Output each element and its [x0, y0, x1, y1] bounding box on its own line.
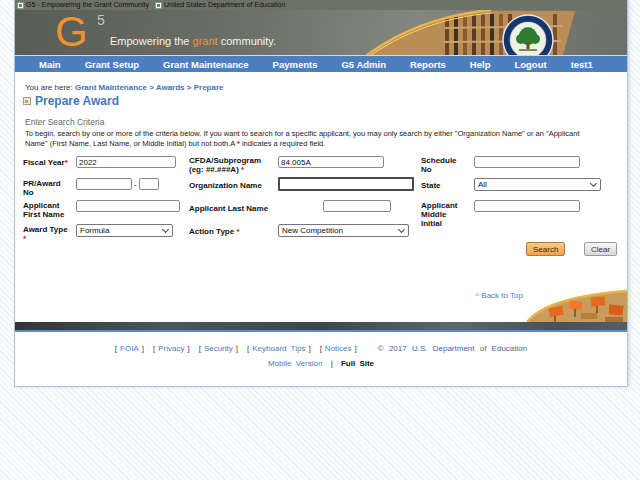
broken-image-icon [155, 2, 162, 9]
prepare-award-icon [23, 97, 31, 105]
header-banner: G 5 Empowering the grant community. [15, 10, 627, 55]
organization-name-input[interactable] [278, 177, 414, 191]
broken-image-icon [17, 2, 24, 9]
cfda-label-line2: (eg: ##.###A) [189, 165, 241, 174]
tagline: Empowering the grant community. [110, 35, 276, 47]
footer-link-privacy: [Privacy] [153, 344, 190, 353]
main-content: You are here: Grant Maintenance > Awards… [15, 72, 627, 322]
chevron-down-icon [162, 226, 169, 233]
applicant-first-name-input[interactable] [76, 200, 180, 212]
site-link-g5[interactable]: G5 - Empowering the Grant Community [17, 1, 149, 9]
chevron-down-icon [590, 180, 597, 187]
nav-item-grant-setup[interactable]: Grant Setup [85, 59, 139, 70]
keyboard-tips-link[interactable]: Keyboard Tips [252, 344, 305, 353]
nav-bar: Main Grant Setup Grant Maintenance Payme… [15, 55, 627, 72]
footer-divider-bar [15, 322, 627, 330]
bracket: ] [355, 344, 357, 353]
cfda-label-line1: CFDA/Subprogram [189, 156, 261, 165]
footer-link-security: [Security] [199, 344, 238, 353]
footer-links-row: [FOIA] [Privacy] [Security] [Keyboard Ti… [15, 344, 627, 353]
applicant-last-name-input[interactable] [323, 200, 391, 212]
notices-link[interactable]: Notices [325, 344, 352, 353]
instructions-line2: Name" (First Name, Last Name, or Middle … [25, 139, 237, 148]
page-title-row: Prepare Award [23, 94, 119, 108]
site-link-label[interactable]: G5 - Empowering the Grant Community [26, 1, 149, 9]
search-instructions: To begin, search by one or more of the c… [25, 129, 580, 148]
schedule-no-label: Schedule No [421, 156, 461, 174]
breadcrumb: You are here: Grant Maintenance > Awards… [25, 83, 223, 92]
fiscal-year-label-text: Fiscal Year [23, 158, 65, 167]
action-type-select[interactable]: New Competition [278, 224, 409, 237]
bracket: [ [320, 344, 322, 353]
section-title: Enter Search Criteria [25, 117, 104, 127]
mobile-version-link[interactable]: Mobile Version [268, 359, 322, 368]
instructions-line2-after: indicates a required field. [240, 139, 325, 148]
award-type-required: * [23, 234, 26, 243]
bracket: ] [308, 344, 310, 353]
applicant-middle-initial-input[interactable] [474, 200, 580, 212]
award-type-label: Award Type* [23, 225, 77, 243]
pr-award-no-input-1[interactable] [76, 178, 132, 190]
instructions-line1: To begin, search by one or more of the c… [25, 129, 580, 138]
g5-page: G5 - Empowering the Grant Community Unit… [14, 0, 628, 387]
footer-link-keyboard-tips: [Keyboard Tips] [247, 344, 311, 353]
nav-item-main[interactable]: Main [39, 59, 61, 70]
pr-award-no-input-2[interactable] [139, 178, 159, 190]
g5-logo-5: 5 [97, 12, 105, 28]
applicant-middle-initial-label: Applicant Middle Initial [421, 201, 459, 228]
tagline-prefix: Empowering the [110, 35, 193, 47]
nav-item-g5-admin[interactable]: G5 Admin [341, 59, 386, 70]
award-type-label-text: Award Type [23, 225, 68, 234]
bracket: ] [142, 344, 144, 353]
breadcrumb-path[interactable]: Grant Maintenance > Awards > Prepare [75, 83, 224, 92]
footer: [FOIA] [Privacy] [Security] [Keyboard Ti… [15, 332, 627, 385]
security-link[interactable]: Security [204, 344, 233, 353]
nav-item-logout[interactable]: Logout [514, 59, 546, 70]
site-link-ed[interactable]: United States Department of Education [155, 1, 285, 9]
fiscal-year-input[interactable] [76, 156, 176, 168]
page-title: Prepare Award [35, 94, 119, 108]
award-type-select-value: Formula [80, 226, 109, 235]
schedule-no-input[interactable] [474, 156, 580, 168]
bracket: [ [199, 344, 201, 353]
bracket: [ [115, 344, 117, 353]
tagline-suffix: community. [218, 35, 276, 47]
cfda-required: * [241, 165, 244, 174]
foia-link[interactable]: FOIA [120, 344, 139, 353]
action-type-required: * [236, 227, 239, 236]
screen: G5 - Empowering the Grant Community Unit… [0, 0, 640, 480]
bracket: ] [236, 344, 238, 353]
nav-item-reports[interactable]: Reports [410, 59, 446, 70]
action-type-label: Action Type * [189, 227, 240, 236]
site-link-label[interactable]: United States Department of Education [164, 1, 285, 9]
classroom-corner-image [519, 289, 627, 322]
banner-artwork [15, 10, 627, 55]
bracket: [ [153, 344, 155, 353]
bracket: [ [247, 344, 249, 353]
pr-award-no-label: PR/Award No [23, 179, 71, 197]
footer-link-notices: [Notices] [320, 344, 357, 353]
breadcrumb-prefix: You are here: [25, 83, 75, 92]
state-select[interactable]: All [474, 178, 601, 191]
footer-copyright: © 2017 U.S. Department of Education [378, 344, 527, 353]
cfda-label: CFDA/Subprogram(eg: ##.###A) * [189, 156, 279, 174]
fiscal-year-label: Fiscal Year* [23, 158, 77, 167]
action-type-select-value: New Competition [282, 226, 343, 235]
nav-item-payments[interactable]: Payments [273, 59, 318, 70]
organization-name-label: Organization Name [189, 181, 262, 190]
privacy-link[interactable]: Privacy [158, 344, 184, 353]
action-type-label-text: Action Type [189, 227, 236, 236]
state-select-value: All [478, 180, 487, 189]
award-type-select[interactable]: Formula [76, 224, 173, 237]
chevron-down-icon [398, 226, 405, 233]
clear-button[interactable]: Clear [584, 242, 617, 256]
footer-link-foia: [FOIA] [115, 344, 144, 353]
nav-item-username[interactable]: test1 [571, 59, 593, 70]
cfda-input[interactable] [278, 156, 384, 168]
nav-item-help[interactable]: Help [470, 59, 491, 70]
back-to-top-link[interactable]: ^ Back to Top [475, 291, 523, 300]
search-button[interactable]: Search [526, 242, 565, 256]
nav-item-grant-maintenance[interactable]: Grant Maintenance [163, 59, 249, 70]
full-site-label[interactable]: Full Site [341, 359, 374, 368]
applicant-last-name-label: Applicant Last Name [189, 204, 268, 213]
